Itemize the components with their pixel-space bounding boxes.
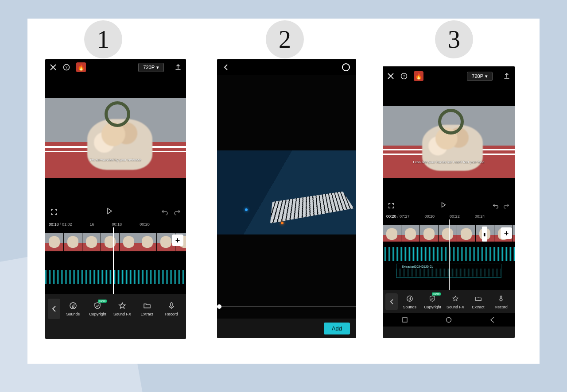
svg-text:?: ?: [403, 74, 405, 78]
tool-extract[interactable]: Extract: [467, 294, 489, 309]
time-ruler: 00:20 / 07:27 00:20 00:22 00:24: [383, 213, 515, 219]
svg-rect-7: [500, 296, 502, 299]
scrub-slider-knob[interactable]: [217, 304, 221, 309]
editor-topbar: ? 🔥 720P ▾: [45, 59, 186, 75]
timeline[interactable]: +: [45, 227, 186, 294]
preview-bottom-gap: [45, 178, 186, 203]
chevron-down-icon: ▾: [156, 65, 159, 70]
ruler-mark: 16: [90, 222, 94, 227]
tool-soundfx[interactable]: Sound FX: [444, 294, 466, 309]
lyric-caption: I can see your hands but I can't feel yo…: [383, 160, 515, 164]
tool-extract[interactable]: Extract: [135, 301, 159, 316]
tool-label: Extract: [141, 312, 153, 316]
time-current: 00:20: [386, 214, 396, 219]
nav-home-icon[interactable]: [445, 316, 452, 323]
close-icon[interactable]: [50, 64, 57, 71]
select-circle-icon[interactable]: [342, 63, 350, 71]
fullscreen-icon[interactable]: [50, 208, 58, 215]
ruler-mark: 00:18: [112, 222, 122, 227]
undo-icon[interactable]: [493, 203, 499, 209]
time-current: 00:18: [49, 222, 59, 227]
android-navbar: [383, 313, 515, 327]
folder-icon: [475, 294, 482, 303]
resolution-button[interactable]: 720P ▾: [467, 72, 493, 81]
tutorial-card: 1 2 3 ? 🔥 720P ▾ I'm surrounded by your …: [27, 19, 540, 364]
undo-icon[interactable]: [161, 208, 168, 215]
video-preview[interactable]: I'm surrounded by your embrace: [45, 98, 186, 178]
tool-sounds[interactable]: Sounds: [61, 301, 85, 316]
playhead[interactable]: [113, 227, 114, 294]
timeline[interactable]: ▮ + Extracted20240120 01: [383, 219, 515, 290]
microphone-icon: [167, 301, 175, 310]
tool-label: Record: [165, 312, 178, 316]
add-clip-button[interactable]: +: [172, 234, 183, 246]
back-icon[interactable]: [223, 64, 229, 71]
resolution-button[interactable]: 720P ▾: [138, 63, 164, 72]
light-blue: [245, 208, 248, 211]
phone-screenshot-3: ? 🔥 720P ▾ I can see your hands but I ca…: [383, 66, 515, 338]
time-total: 01:02: [62, 222, 72, 227]
new-badge: New: [432, 292, 441, 296]
star-icon: [118, 301, 126, 310]
resolution-label: 720P: [472, 73, 483, 79]
audio-toolbar: Sounds New Copyright Sound FX Extract: [45, 294, 186, 324]
tool-label: Extract: [472, 305, 485, 309]
tool-label: Sounds: [403, 305, 417, 309]
fullscreen-icon[interactable]: [388, 203, 394, 209]
video-track[interactable]: +: [45, 233, 186, 251]
source-video-preview[interactable]: [217, 150, 356, 234]
video-preview[interactable]: I can see your hands but I can't feel yo…: [383, 106, 515, 178]
play-icon[interactable]: [440, 202, 447, 208]
ruler-mark: 00:24: [475, 214, 485, 219]
tool-label: Copyright: [424, 305, 441, 309]
nav-back-icon[interactable]: [489, 316, 496, 323]
redo-icon[interactable]: [503, 203, 509, 209]
wreath-decoration: [438, 109, 464, 135]
shield-check-icon: [93, 301, 101, 310]
tool-copyright[interactable]: New Copyright: [86, 301, 110, 316]
nav-recent-icon[interactable]: [401, 316, 408, 323]
flame-icon[interactable]: 🔥: [414, 71, 423, 81]
export-icon[interactable]: [503, 73, 510, 80]
flame-icon[interactable]: 🔥: [76, 62, 86, 72]
microphone-icon: [497, 294, 505, 303]
preview-top-gap: [383, 86, 515, 106]
scrub-slider-track[interactable]: [217, 306, 356, 307]
tool-record[interactable]: Record: [490, 294, 512, 309]
editor-topbar: ? 🔥 720P ▾: [383, 66, 515, 86]
tool-record[interactable]: Record: [159, 301, 183, 316]
back-button[interactable]: [48, 299, 60, 319]
back-button[interactable]: [385, 293, 398, 310]
help-icon[interactable]: ?: [400, 73, 408, 80]
add-button[interactable]: Add: [324, 323, 350, 334]
lyric-caption: I'm surrounded by your embrace: [45, 158, 186, 162]
split-marker[interactable]: ▮: [482, 227, 487, 242]
preview-top-gap: [45, 75, 186, 98]
play-icon[interactable]: [106, 208, 113, 215]
svg-text:?: ?: [65, 65, 67, 69]
time-total: 07:27: [400, 214, 410, 219]
step-badge-3: 3: [435, 20, 473, 58]
tool-soundfx[interactable]: Sound FX: [110, 301, 134, 316]
playhead[interactable]: [449, 219, 450, 290]
redo-icon[interactable]: [174, 208, 181, 215]
tool-label: Sound FX: [113, 312, 131, 316]
player-controls: [45, 203, 186, 221]
add-clip-button[interactable]: +: [501, 227, 512, 239]
tool-sounds[interactable]: Sounds: [399, 294, 421, 309]
extracted-clip-label: Extracted20240120 01: [402, 265, 433, 268]
player-controls: [383, 198, 515, 213]
add-bar: Add: [217, 319, 356, 338]
ruler-mark: 00:20: [425, 214, 435, 219]
new-badge: New: [98, 300, 107, 303]
audio-track[interactable]: [45, 254, 186, 286]
phone-screenshot-1: ? 🔥 720P ▾ I'm surrounded by your embrac…: [45, 59, 186, 339]
step-badge-2: 2: [266, 20, 304, 58]
music-note-icon: [69, 301, 77, 310]
music-note-icon: [406, 294, 413, 303]
extract-topbar: [217, 59, 356, 75]
close-icon[interactable]: [387, 73, 394, 80]
help-icon[interactable]: ?: [63, 64, 70, 71]
tool-copyright[interactable]: New Copyright: [422, 294, 444, 309]
export-icon[interactable]: [175, 64, 182, 71]
